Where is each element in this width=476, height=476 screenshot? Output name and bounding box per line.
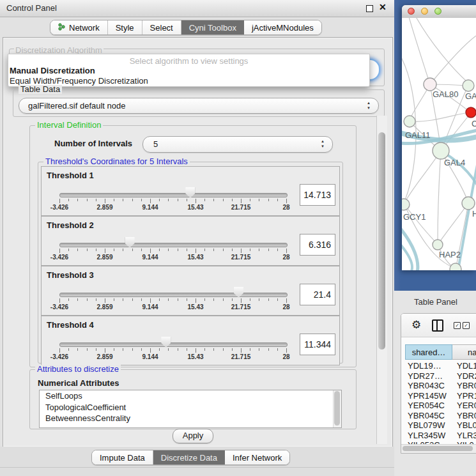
tick-label: 21.715 [231,353,251,360]
table-row[interactable]: YPR145WYPR1 [401,391,476,401]
node-label: GAL11 [405,130,431,140]
tab-select[interactable]: Select [142,20,181,35]
checkbox-icon[interactable]: ✓ [463,322,470,329]
minimize-traffic-light-icon[interactable] [421,8,428,15]
tick-label: 28 [282,254,289,261]
cell-name[interactable]: YER0 [457,401,476,411]
table-row[interactable]: YDR27…YDR2 [401,371,476,381]
tab-discretize-data[interactable]: Discretize Data [153,450,225,464]
table-row[interactable]: YBL079WYBL0 [401,420,476,431]
scrollbar-thumb[interactable] [378,132,385,349]
attribute-list-item[interactable]: SelfLoops [40,390,341,402]
column-header-name[interactable]: na [452,344,476,360]
tab-jactivemnodules[interactable]: jActiveMNodules [244,20,321,35]
table-toolbar: ⚙ ✓ ✓ [401,314,476,337]
table-row[interactable]: YLR345WYLR3 [401,431,476,441]
algorithm-popup-hint: Select algorithm to view settings [8,56,369,66]
list-vertical-scrollbar[interactable] [333,390,341,427]
threshold-value-field[interactable]: 21.4 [300,284,335,305]
network-canvas[interactable]: GAL80GACGAL11GAL4GCY1HHAP2 [402,18,476,270]
network-node[interactable] [466,107,476,118]
network-node[interactable] [462,197,475,210]
threshold-slider-track[interactable] [59,243,288,247]
threshold-slider-track[interactable] [59,193,288,197]
network-node[interactable] [402,199,410,210]
network-view-window[interactable]: GAL80GACGAL11GAL4GCY1HHAP2 [402,5,476,270]
list-scrollbar-thumb[interactable] [334,391,340,426]
tab-impute-data[interactable]: Impute Data [92,450,153,464]
gear-icon[interactable]: ⚙ [411,318,421,331]
tab-network[interactable]: Network [50,20,108,35]
cell-name[interactable]: YBR0 [457,381,476,391]
algorithm-option-manual[interactable]: Manual Discretization [10,66,95,75]
threshold-value-field[interactable]: 14.713 [300,184,335,206]
network-node[interactable] [450,263,461,270]
cell-shared-name[interactable]: YLR345W [408,431,445,441]
network-window-titlebar[interactable] [402,5,476,19]
combo-arrows-icon: ▲▼ [367,100,371,111]
hscrollbar-thumb[interactable] [403,446,473,451]
network-node[interactable] [404,116,415,127]
table-horizontal-scrollbar[interactable] [401,444,476,453]
threshold-row: Threshold 3 -3.4262.8599.14415.4321.7152… [41,266,340,316]
threshold-value-field[interactable]: 6.316 [300,234,335,256]
node-label: GAL80 [433,89,458,99]
tick-label: -3.426 [50,204,68,211]
table-panel-region: Table Panel ⚙ ✓ ✓ shared… na YDL19…YDL1Y… [394,291,476,476]
cell-shared-name[interactable]: YER054C [408,401,445,411]
threshold-slider-track[interactable] [59,293,288,297]
table-row[interactable]: YER054CYER0 [401,401,476,411]
cell-shared-name[interactable]: YPR145W [408,391,447,401]
tick-label: 15.43 [187,254,203,261]
cell-shared-name[interactable]: YBL079W [408,420,445,431]
cell-name[interactable]: YBR0 [457,411,476,421]
network-node[interactable] [424,78,436,91]
network-node[interactable] [463,80,474,91]
split-columns-icon[interactable] [432,319,443,332]
table-row[interactable]: YBR043CYBR0 [401,381,476,391]
table-data-combobox[interactable]: galFiltered.sif default node ▲▼ [19,98,379,114]
cell-name[interactable]: YLR3 [457,431,476,441]
tick-label: -3.426 [50,353,68,360]
tab-cyni-toolbox[interactable]: Cyni Toolbox [181,20,244,35]
zoom-traffic-light-icon[interactable] [434,8,441,15]
threshold-slider-track[interactable] [59,342,288,347]
table-panel-title: Table Panel [414,297,457,307]
table-header: shared… na [401,344,476,361]
number-of-intervals-spinner[interactable]: 5 ▲▼ [142,136,333,153]
cell-shared-name[interactable]: YBR045C [408,411,445,421]
cell-name[interactable]: YBL0 [457,420,476,431]
control-panel: Control Panel ✕ Network Style Select Cyn… [0,0,394,476]
top-tab-strip: Network Style Select Cyni Toolbox jActiv… [50,20,322,35]
float-window-icon[interactable] [366,5,373,12]
apply-button[interactable]: Apply [173,429,213,443]
column-header-shared-name[interactable]: shared… [405,344,452,360]
thresholds-group: Threshold's Coordinates for 5 Intervals … [38,162,343,364]
cell-shared-name[interactable]: YDL19… [408,361,441,371]
attribute-list-item[interactable]: BetweennessCentrality [40,413,341,424]
panel-vertical-scrollbar[interactable] [376,116,387,444]
network-node[interactable] [433,142,449,159]
table-row[interactable]: YBR045CYBR0 [401,411,476,421]
cell-name[interactable]: YDR2 [457,371,476,381]
attribute-list-item[interactable]: TopologicalCoefficient [40,402,341,413]
numerical-attributes-list[interactable]: SelfLoopsTopologicalCoefficientBetweenne… [39,390,342,428]
cell-name[interactable]: YDL1 [457,361,476,371]
network-node[interactable] [433,240,443,250]
tab-style[interactable]: Style [108,20,142,35]
attributes-title: Attributes to discretize [35,365,121,374]
close-icon[interactable]: ✕ [379,2,387,12]
cell-shared-name[interactable]: YDR27… [408,371,443,381]
bottom-tab-strip: Impute Data Discretize Data Infer Networ… [91,450,290,465]
threshold-row: Threshold 4 -3.4262.8599.14415.4321.7152… [41,316,340,365]
table-row[interactable]: YDL19…YDL1 [401,361,476,371]
close-traffic-light-icon[interactable] [408,8,415,15]
tab-infer-network[interactable]: Infer Network [225,450,289,464]
numerical-attributes-label: Numerical Attributes [38,378,119,388]
control-panel-titlebar: Control Panel ✕ [0,0,394,17]
checkbox-icon[interactable]: ✓ [454,322,461,329]
cell-name[interactable]: YPR1 [457,391,476,401]
threshold-value-field[interactable]: 11.344 [300,334,335,355]
threshold-label: Threshold 4 [47,320,94,330]
cell-shared-name[interactable]: YBR043C [408,381,445,391]
